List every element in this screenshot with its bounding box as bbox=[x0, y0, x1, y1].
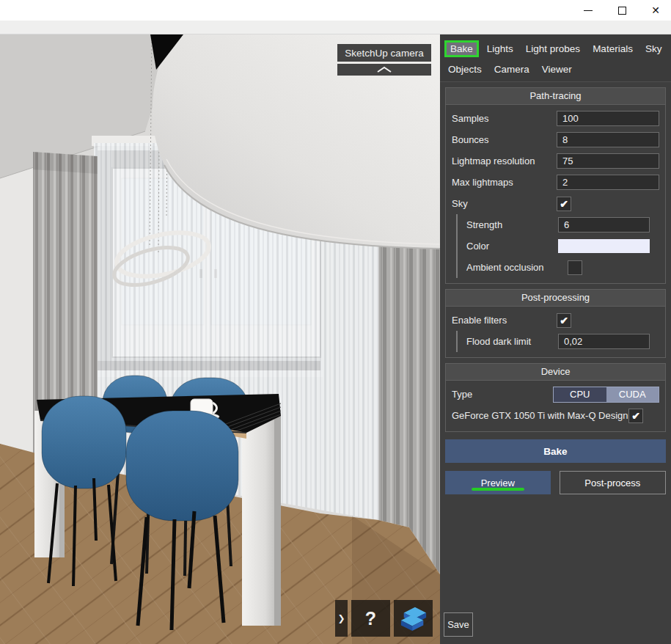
enable-filters-label: Enable filters bbox=[452, 315, 507, 326]
device-cpu-option[interactable]: CPU bbox=[554, 387, 606, 402]
samples-label: Samples bbox=[452, 113, 489, 124]
device-title: Device bbox=[446, 364, 665, 381]
flood-dark-limit-label: Flood dark limit bbox=[466, 336, 531, 347]
device-type-segmented: CPU CUDA bbox=[553, 387, 659, 403]
max-lightmaps-input[interactable] bbox=[557, 175, 659, 190]
preview-active-underline bbox=[472, 488, 524, 491]
question-icon: ? bbox=[365, 608, 376, 629]
gpu-checkbox[interactable]: ✔ bbox=[628, 409, 643, 423]
settings-panel: Bake Lights Light probes Materials Sky O… bbox=[440, 34, 671, 644]
tab-viewer[interactable]: Viewer bbox=[538, 62, 576, 77]
device-cuda-option[interactable]: CUDA bbox=[606, 387, 659, 402]
samples-input[interactable] bbox=[557, 111, 659, 126]
bounces-input[interactable] bbox=[557, 132, 659, 147]
maximize-icon bbox=[618, 7, 626, 15]
tab-light-probes[interactable]: Light probes bbox=[522, 41, 584, 56]
bake-button[interactable]: Bake bbox=[445, 439, 666, 463]
device-group: Device Type CPU CUDA GeForce GTX 1050 Ti… bbox=[445, 363, 666, 432]
tab-bake[interactable]: Bake bbox=[444, 40, 479, 57]
tab-sky[interactable]: Sky bbox=[642, 41, 666, 56]
close-button[interactable]: ✕ bbox=[645, 0, 667, 21]
chevron-right-icon: ❯ bbox=[337, 613, 345, 623]
tab-camera[interactable]: Camera bbox=[491, 62, 533, 77]
preview-button[interactable]: Preview bbox=[445, 471, 551, 494]
bounces-label: Bounces bbox=[452, 134, 489, 145]
preview-label: Preview bbox=[481, 477, 515, 489]
camera-collapse-button[interactable] bbox=[337, 64, 431, 76]
camera-mode-button[interactable]: SketchUp camera bbox=[337, 44, 431, 62]
minimize-button[interactable] bbox=[577, 0, 599, 21]
app-logo-icon bbox=[400, 605, 428, 632]
sky-strength-label: Strength bbox=[466, 219, 502, 230]
tab-objects[interactable]: Objects bbox=[444, 62, 485, 77]
lightmap-resolution-input[interactable] bbox=[557, 153, 659, 169]
enable-filters-checkbox[interactable]: ✔ bbox=[557, 313, 571, 328]
viewport-3d-scene[interactable]: SketchUp camera ❯ ? bbox=[0, 34, 440, 644]
sky-color-label: Color bbox=[466, 241, 489, 252]
help-button[interactable]: ? bbox=[351, 600, 390, 637]
camera-mode-label: SketchUp camera bbox=[345, 48, 423, 59]
gpu-name-label: GeForce GTX 1050 Ti with Max-Q Design bbox=[452, 410, 628, 421]
path-tracing-title: Path-tracing bbox=[446, 88, 665, 105]
sky-color-swatch[interactable] bbox=[558, 239, 650, 253]
post-process-button[interactable]: Post-process bbox=[560, 471, 667, 494]
post-processing-title: Post-processing bbox=[446, 290, 665, 307]
sky-checkbox[interactable]: ✔ bbox=[557, 197, 571, 211]
lightmap-resolution-label: Lightmap resolution bbox=[452, 155, 535, 167]
tab-materials[interactable]: Materials bbox=[589, 41, 637, 56]
ambient-occlusion-checkbox[interactable] bbox=[568, 260, 582, 275]
sky-strength-input[interactable] bbox=[558, 217, 650, 233]
maximize-button[interactable] bbox=[611, 0, 633, 21]
chevron-up-icon bbox=[375, 66, 393, 73]
tab-lights[interactable]: Lights bbox=[483, 41, 517, 56]
sky-label: Sky bbox=[452, 198, 468, 209]
tab-bar: Bake Lights Light probes Materials Sky O… bbox=[440, 34, 671, 82]
close-icon: ✕ bbox=[651, 5, 660, 15]
panel-expand-button[interactable]: ❯ bbox=[335, 600, 348, 637]
path-tracing-group: Path-tracing Samples Bounces Lightmap re… bbox=[445, 87, 666, 284]
check-icon: ✔ bbox=[560, 315, 568, 326]
post-process-label: Post-process bbox=[584, 477, 640, 489]
save-button[interactable]: Save bbox=[444, 612, 473, 637]
minimize-icon bbox=[584, 10, 593, 11]
check-icon: ✔ bbox=[560, 198, 568, 210]
titlebar: ✕ bbox=[0, 0, 671, 21]
toolbar-strip bbox=[0, 21, 671, 34]
app-logo-button[interactable] bbox=[394, 600, 433, 637]
dining-room-render bbox=[0, 34, 440, 644]
ambient-occlusion-label: Ambient occlusion bbox=[466, 262, 544, 273]
device-type-label: Type bbox=[452, 389, 472, 400]
max-lightmaps-label: Max lightmaps bbox=[452, 177, 513, 188]
flood-dark-limit-input[interactable] bbox=[558, 334, 650, 349]
post-processing-group: Post-processing Enable filters ✔ Flood d… bbox=[445, 289, 666, 358]
check-icon: ✔ bbox=[631, 410, 640, 422]
